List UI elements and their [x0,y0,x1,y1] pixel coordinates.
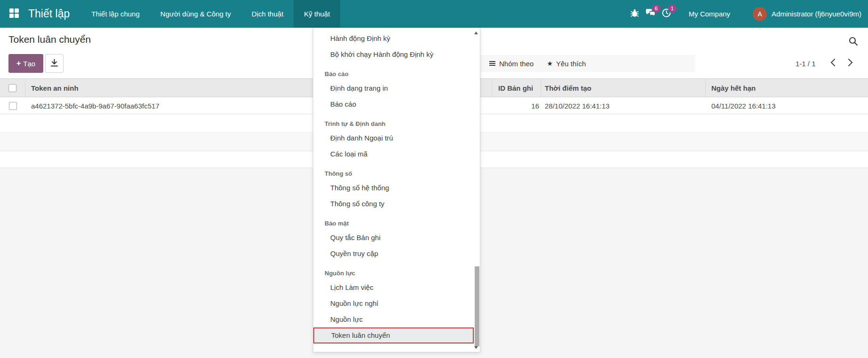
cell-record-id: 16 [492,98,541,114]
menu-item-18-highlighted[interactable]: Token luân chuyển [313,327,474,343]
apps-menu-button[interactable] [0,0,20,28]
messages-button[interactable]: 6 [643,0,659,28]
avatar: A [753,7,767,21]
chevron-right-icon [848,58,853,69]
navbar: Thiết lập Thiết lập chungNgười dùng & Cô… [0,0,868,28]
menu-item-4[interactable]: Báo cáo [313,96,474,112]
technical-dropdown-menu: Hành động Định kỳBộ khởi chạy Hành động … [313,28,480,352]
cell-created: 28/10/2022 16:41:13 [541,98,706,114]
menu-item-1[interactable]: Bộ khởi chạy Hành động Định kỳ [313,47,474,62]
create-button-label: Tạo [23,60,35,68]
pager-next-button[interactable] [844,55,857,72]
pager-range: 1-1 / 1 [796,55,816,72]
row-select-cell [0,98,25,114]
navbar-right: 6 1 My Company A Administrator (fj6nyue0… [627,0,861,28]
plus-icon: + [16,59,21,68]
menu-item-17[interactable]: Nguồn lực [313,311,474,327]
create-button[interactable]: + Tạo [8,54,43,73]
menu-item-13[interactable]: Quyền truy cập [313,246,474,262]
menu-item-0[interactable]: Hành động Định kỳ [313,31,474,47]
select-all-cell [0,79,25,97]
column-header-created[interactable]: Thời điểm tạo [541,79,706,97]
search-options-bar: Nhóm theo ★ Yêu thích [481,55,695,72]
debug-button[interactable] [627,0,643,28]
menu-section-14: Nguồn lực [313,267,474,280]
download-icon [50,58,59,69]
dropdown-list: Hành động Định kỳBộ khởi chạy Hành động … [313,31,474,343]
menu-section-2: Báo cáo [313,68,474,80]
activities-button[interactable]: 1 [659,0,675,28]
scrollbar-up-arrow-icon[interactable] [474,31,478,34]
scrollbar-down-arrow-icon[interactable] [474,346,478,349]
pager-previous-button[interactable] [826,55,839,72]
nav-item-3[interactable]: Kỹ thuật [294,0,340,28]
column-header-expiry[interactable]: Ngày hết hạn [706,79,868,97]
menu-item-10[interactable]: Thông số công ty [313,196,474,212]
top-menu: Thiết lập chungNgười dùng & Công tyDịch … [81,0,340,28]
star-icon: ★ [547,60,553,67]
chevron-left-icon [830,58,836,69]
scrollbar-thumb[interactable] [475,266,479,346]
group-by-icon [489,61,496,66]
group-by-button[interactable]: Nhóm theo [485,55,538,72]
apps-grid-icon [8,8,20,21]
app-window: Thiết lập Thiết lập chungNgười dùng & Cô… [0,0,868,358]
page-title: Token luân chuyển [8,34,91,45]
menu-item-15[interactable]: Lịch Làm việc [313,280,474,296]
select-all-checkbox[interactable] [8,84,16,92]
menu-item-6[interactable]: Định danh Ngoại trú [313,130,474,146]
menu-item-3[interactable]: Định dạng trang in [313,80,474,96]
activities-badge: 1 [668,4,677,13]
nav-item-1[interactable]: Người dùng & Công ty [150,0,241,28]
row-checkbox[interactable] [9,102,17,110]
menu-item-12[interactable]: Quy tắc Bản ghi [313,230,474,246]
export-button[interactable] [45,54,64,73]
menu-item-16[interactable]: Nguồn lực nghỉ [313,296,474,311]
cell-expiry: 04/11/2022 16:41:13 [706,98,868,114]
user-menu[interactable]: A Administrator (fj6nyue0vi9m) [753,7,861,21]
group-by-label: Nhóm theo [499,60,534,68]
bug-icon [630,8,639,20]
user-name: Administrator (fj6nyue0vi9m) [772,10,861,18]
app-title[interactable]: Thiết lập [20,0,70,28]
favorites-label: Yêu thích [556,60,586,68]
menu-item-7[interactable]: Các loại mã [313,146,474,162]
menu-section-5: Trình tự & Định danh [313,118,474,130]
menu-item-9[interactable]: Thông số hệ thống [313,180,474,196]
nav-item-2[interactable]: Dịch thuật [241,0,294,28]
company-switcher[interactable]: My Company [689,10,730,18]
menu-section-8: Thông số [313,168,474,180]
column-header-record-id[interactable]: ID Bản ghi [492,79,541,97]
menu-section-11: Bảo mật [313,218,474,230]
favorites-button[interactable]: ★ Yêu thích [542,55,590,72]
nav-item-0[interactable]: Thiết lập chung [81,0,150,28]
search-icon[interactable] [848,36,859,48]
